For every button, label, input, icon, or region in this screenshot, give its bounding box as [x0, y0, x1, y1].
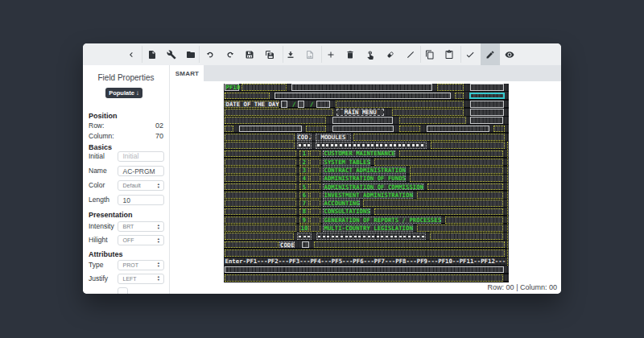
- screen-field[interactable]: [310, 200, 320, 207]
- screen-field[interactable]: COD.: [297, 134, 312, 141]
- intensity-select[interactable]: BRT▴▾: [118, 221, 165, 232]
- screen-field[interactable]: MAIN MENU: [336, 109, 384, 116]
- screen-field[interactable]: [310, 208, 320, 216]
- screen-field[interactable]: CONSULTATIONS: [323, 208, 370, 216]
- screen-field[interactable]: 7: [299, 200, 310, 207]
- screen-field[interactable]: [493, 126, 504, 133]
- screen-field[interactable]: 10: [299, 225, 310, 232]
- screen-field[interactable]: 3: [299, 167, 310, 174]
- screen-field[interactable]: [314, 241, 505, 249]
- screen-field[interactable]: [374, 208, 504, 216]
- screen-field[interactable]: INVESTMENT ADMINISTRATION: [323, 192, 413, 199]
- screen-field[interactable]: [225, 109, 333, 116]
- screen-field[interactable]: [470, 84, 504, 91]
- back-button[interactable]: [121, 43, 142, 65]
- redo-button[interactable]: [220, 43, 241, 65]
- screen-field[interactable]: [225, 150, 297, 158]
- screen-field[interactable]: [306, 126, 325, 133]
- screen-field[interactable]: [392, 109, 464, 116]
- screen-field[interactable]: [399, 117, 467, 124]
- screen-field[interactable]: [225, 142, 295, 149]
- screen-field[interactable]: [281, 101, 287, 108]
- screen-field[interactable]: [410, 175, 503, 182]
- screen-field[interactable]: [417, 225, 504, 232]
- screen-field[interactable]: CODE: [279, 241, 295, 249]
- screen-field[interactable]: [445, 216, 503, 224]
- screen-field[interactable]: [363, 200, 503, 207]
- screen-field[interactable]: 6: [299, 192, 310, 199]
- screen-field[interactable]: 5: [299, 183, 310, 191]
- screen-field[interactable]: SYSTEM TABLES: [323, 159, 370, 166]
- screen-field[interactable]: 9: [299, 216, 310, 224]
- screen-field[interactable]: [336, 101, 464, 108]
- new-file-button[interactable]: [142, 43, 163, 65]
- screen-field[interactable]: [225, 266, 504, 274]
- screen-field[interactable]: [310, 175, 320, 182]
- screen-field[interactable]: [310, 183, 320, 191]
- screen-field[interactable]: [225, 175, 297, 182]
- preview-button[interactable]: [499, 43, 520, 65]
- screen-field[interactable]: GENERATION OF REPORTS / PROCESSES: [323, 216, 442, 224]
- screen-field[interactable]: [332, 117, 393, 124]
- delete-button[interactable]: [340, 43, 361, 65]
- paste-button[interactable]: [439, 43, 460, 65]
- screen-field[interactable]: [291, 84, 431, 91]
- screen-field[interactable]: [310, 192, 320, 199]
- screen-field[interactable]: [353, 134, 505, 141]
- screen-field[interactable]: [225, 225, 297, 232]
- screen-field[interactable]: ADMINISTRATION OF FUNDS: [323, 175, 406, 182]
- screen-field[interactable]: [225, 216, 297, 224]
- copy-button[interactable]: [419, 43, 440, 65]
- screen-field[interactable]: [470, 101, 504, 108]
- screen-field[interactable]: [470, 109, 504, 116]
- undo-button[interactable]: [200, 43, 221, 65]
- hilight-select[interactable]: OFF▴▾: [118, 235, 165, 245]
- screen-field[interactable]: 8: [299, 208, 310, 216]
- screen-field[interactable]: [225, 192, 297, 199]
- erase-button[interactable]: [380, 43, 401, 65]
- screen-field[interactable]: [374, 159, 504, 166]
- select-mode-button[interactable]: [360, 43, 381, 65]
- screen-field[interactable]: [427, 126, 489, 133]
- screen-field[interactable]: [225, 134, 295, 141]
- screen-field[interactable]: [399, 126, 420, 133]
- screen-field[interactable]: [310, 159, 320, 166]
- name-input[interactable]: AC-PRGM: [118, 166, 165, 176]
- screen-field[interactable]: [225, 117, 326, 124]
- screen-field[interactable]: [275, 93, 452, 100]
- screen-field[interactable]: [316, 142, 426, 149]
- tab-smart[interactable]: SMART: [171, 65, 204, 81]
- screen-field[interactable]: [310, 167, 320, 174]
- screen-field[interactable]: [399, 150, 504, 158]
- screen-field[interactable]: [417, 192, 504, 199]
- justify-select[interactable]: LEFT▴▾: [118, 274, 165, 284]
- screen-field[interactable]: [225, 249, 505, 257]
- screen-field[interactable]: PF10: [225, 84, 239, 91]
- type-select[interactable]: PROT▴▾: [118, 260, 165, 270]
- terminal-screen[interactable]: PF10DATE OF THE DAY//MAIN MENUCOD.MODULE…: [224, 84, 509, 282]
- screen-field[interactable]: [225, 241, 279, 249]
- save-all-button[interactable]: [259, 43, 280, 65]
- screen-field[interactable]: [225, 167, 297, 174]
- screen-field[interactable]: CONTRACT ADMINISTRATION: [323, 167, 406, 174]
- screen-field[interactable]: [470, 117, 503, 124]
- screen-field[interactable]: [297, 142, 312, 149]
- screen-field[interactable]: [316, 233, 425, 240]
- screen-field[interactable]: CUSTOMER MAINTENANCE: [323, 150, 395, 158]
- screen-field[interactable]: ACCOUNTING: [323, 200, 360, 207]
- screen-field[interactable]: [225, 233, 295, 240]
- export-file-button[interactable]: [299, 43, 320, 65]
- screen-field[interactable]: [225, 274, 503, 282]
- tools-button[interactable]: [161, 43, 182, 65]
- edit-mode-button[interactable]: [480, 43, 501, 65]
- screen-field[interactable]: [332, 126, 394, 133]
- screen-field[interactable]: [242, 84, 287, 91]
- screen-field[interactable]: ADMINISTRATION OF COMMISSION: [323, 183, 424, 191]
- initial-input[interactable]: Initial: [118, 151, 165, 162]
- add-field-button[interactable]: [320, 43, 341, 65]
- draw-line-button[interactable]: [400, 43, 421, 65]
- screen-field[interactable]: MULTI-COUNTRY LEGISLATION: [323, 225, 413, 232]
- screen-field[interactable]: [225, 159, 297, 166]
- screen-field[interactable]: [302, 241, 308, 249]
- screen-field[interactable]: [431, 142, 504, 149]
